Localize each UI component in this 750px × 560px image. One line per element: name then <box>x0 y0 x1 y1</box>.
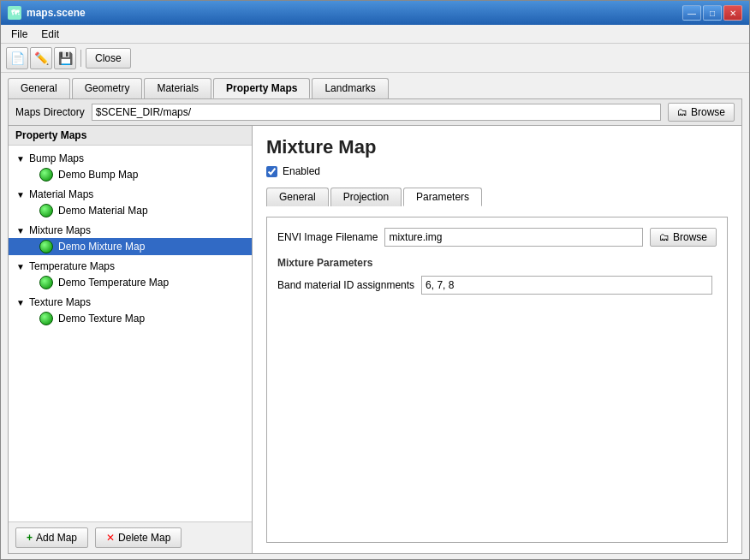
bump-map-status-icon <box>39 168 53 182</box>
new-doc-button[interactable]: 📄 <box>6 47 28 69</box>
band-material-label: Band material ID assignments <box>277 279 414 291</box>
save-button[interactable]: 💾 <box>54 47 76 69</box>
demo-mixture-map-label: Demo Mixture Map <box>58 241 145 253</box>
bump-maps-label: Bump Maps <box>29 152 84 164</box>
main-panel: Property Maps ▼ Bump Maps Demo Bump Map <box>8 126 742 554</box>
tab-geometry[interactable]: Geometry <box>72 78 143 98</box>
tree-group-temperature-maps: ▼ Temperature Maps Demo Temperature Map <box>9 257 252 293</box>
tab-property-maps[interactable]: Property Maps <box>213 78 310 98</box>
edit-button[interactable]: ✏️ <box>30 47 52 69</box>
tree-group-header-material-maps[interactable]: ▼ Material Maps <box>9 187 252 202</box>
maps-directory-row: Maps Directory 🗂 Browse <box>8 98 742 126</box>
bump-maps-arrow: ▼ <box>15 154 26 164</box>
mixture-map-status-icon <box>39 240 53 253</box>
main-window: 🗺 maps.scene — □ ✕ File Edit 📄 ✏️ 💾 Clos… <box>0 0 750 560</box>
tree-group-header-mixture-maps[interactable]: ▼ Mixture Maps <box>9 223 252 238</box>
title-bar: 🗺 maps.scene — □ ✕ <box>1 1 749 25</box>
tree-item-demo-mixture-map[interactable]: Demo Mixture Map <box>9 238 252 255</box>
window-title: maps.scene <box>27 7 86 19</box>
maps-dir-input[interactable] <box>92 104 661 121</box>
temperature-maps-arrow: ▼ <box>15 262 26 271</box>
main-tabs: General Geometry Materials Property Maps… <box>8 78 742 98</box>
mixture-maps-arrow: ▼ <box>15 226 26 235</box>
add-map-button[interactable]: + Add Map <box>15 527 88 548</box>
menu-edit[interactable]: Edit <box>34 27 66 42</box>
tab-landmarks[interactable]: Landmarks <box>312 78 388 98</box>
envi-browse-label: Browse <box>673 231 707 243</box>
content-area: General Geometry Materials Property Maps… <box>1 73 749 559</box>
envi-filename-label: ENVI Image Filename <box>277 231 378 243</box>
maps-dir-label: Maps Directory <box>15 106 85 118</box>
enabled-checkbox[interactable] <box>266 166 277 177</box>
delete-map-button[interactable]: ✕ Delete Map <box>95 527 182 548</box>
material-maps-label: Material Maps <box>29 188 93 200</box>
detail-title: Mixture Map <box>266 136 728 158</box>
menu-file[interactable]: File <box>4 27 34 42</box>
material-maps-arrow: ▼ <box>15 190 26 200</box>
envi-browse-icon: 🗂 <box>659 231 670 243</box>
detail-tab-parameters[interactable]: Parameters <box>403 188 482 206</box>
enabled-row: Enabled <box>266 165 728 177</box>
tree-item-demo-temperature-map[interactable]: Demo Temperature Map <box>9 274 252 291</box>
temperature-map-status-icon <box>39 276 53 289</box>
texture-maps-label: Texture Maps <box>29 296 91 308</box>
app-icon: 🗺 <box>8 6 21 20</box>
maximize-button[interactable]: □ <box>703 5 722 21</box>
maps-dir-browse-button[interactable]: 🗂 Browse <box>668 103 735 122</box>
title-bar-left: 🗺 maps.scene <box>8 6 86 20</box>
band-material-row: Band material ID assignments <box>277 276 717 295</box>
tree-header: Property Maps <box>9 126 252 146</box>
tree-group-material-maps: ▼ Material Maps Demo Material Map <box>9 185 252 221</box>
tree-group-bump-maps: ▼ Bump Maps Demo Bump Map <box>9 149 252 185</box>
add-map-label: Add Map <box>36 532 77 544</box>
demo-temperature-map-label: Demo Temperature Map <box>58 277 169 289</box>
mixture-maps-label: Mixture Maps <box>29 224 91 236</box>
texture-maps-arrow: ▼ <box>15 298 26 307</box>
detail-tab-content: ENVI Image Filename 🗂 Browse Mixture Par… <box>266 217 728 543</box>
demo-material-map-label: Demo Material Map <box>58 205 148 217</box>
tree-group-header-bump-maps[interactable]: ▼ Bump Maps <box>9 151 252 166</box>
minimize-button[interactable]: — <box>682 5 701 21</box>
envi-filename-row: ENVI Image Filename 🗂 Browse <box>277 228 717 247</box>
toolbar: 📄 ✏️ 💾 Close <box>1 44 749 73</box>
tree-group-header-temperature-maps[interactable]: ▼ Temperature Maps <box>9 259 252 274</box>
detail-tab-general[interactable]: General <box>266 188 329 206</box>
tree-item-demo-bump-map[interactable]: Demo Bump Map <box>9 166 252 183</box>
temperature-maps-label: Temperature Maps <box>29 260 115 272</box>
delete-map-label: Delete Map <box>118 532 170 544</box>
demo-texture-map-label: Demo Texture Map <box>58 313 145 325</box>
tab-materials[interactable]: Materials <box>144 78 211 98</box>
toolbar-close-button[interactable]: Close <box>86 48 131 69</box>
tree-group-mixture-maps: ▼ Mixture Maps Demo Mixture Map <box>9 221 252 257</box>
tree-panel: Property Maps ▼ Bump Maps Demo Bump Map <box>9 126 253 553</box>
title-buttons: — □ ✕ <box>682 5 742 21</box>
tree-group-texture-maps: ▼ Texture Maps Demo Texture Map <box>9 293 252 329</box>
detail-panel: Mixture Map Enabled General Projection P… <box>253 126 741 553</box>
enabled-label: Enabled <box>283 165 320 177</box>
tree-content: ▼ Bump Maps Demo Bump Map ▼ Material Map… <box>9 146 252 521</box>
mixture-parameters-header: Mixture Parameters <box>277 257 717 269</box>
material-map-status-icon <box>39 204 53 217</box>
detail-tabs: General Projection Parameters <box>266 188 728 206</box>
delete-icon: ✕ <box>106 532 115 544</box>
menu-bar: File Edit <box>1 25 749 44</box>
window-close-button[interactable]: ✕ <box>723 5 742 21</box>
add-icon: + <box>27 532 33 544</box>
envi-browse-button[interactable]: 🗂 Browse <box>650 228 717 247</box>
toolbar-separator <box>80 50 81 67</box>
detail-tab-projection[interactable]: Projection <box>330 188 402 206</box>
tree-group-header-texture-maps[interactable]: ▼ Texture Maps <box>9 295 252 310</box>
demo-bump-map-label: Demo Bump Map <box>58 169 138 181</box>
band-material-input[interactable] <box>421 276 712 295</box>
tab-general[interactable]: General <box>8 78 70 98</box>
browse-label: Browse <box>691 106 725 118</box>
texture-map-status-icon <box>39 312 53 325</box>
tree-item-demo-material-map[interactable]: Demo Material Map <box>9 202 252 219</box>
browse-icon: 🗂 <box>677 106 688 118</box>
envi-filename-input[interactable] <box>384 228 643 247</box>
tree-item-demo-texture-map[interactable]: Demo Texture Map <box>9 310 252 327</box>
tree-bottom-buttons: + Add Map ✕ Delete Map <box>9 521 252 553</box>
